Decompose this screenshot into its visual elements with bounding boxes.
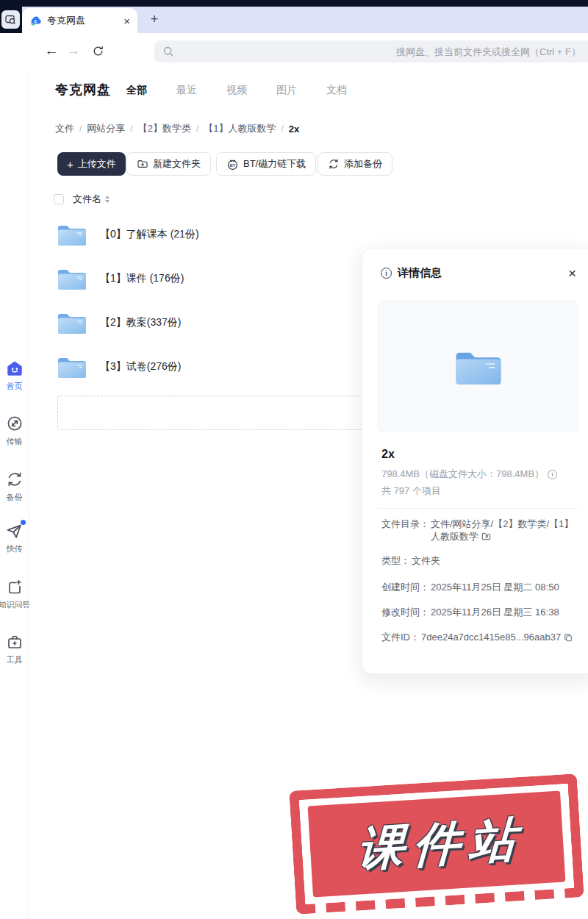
tab-video[interactable]: 视频 (226, 84, 247, 97)
backup-icon (5, 470, 24, 489)
sort-icon[interactable] (105, 196, 110, 203)
bt-icon: BT (226, 158, 239, 171)
detail-panel: i 详情信息 × 2x 798.4MB（磁盘文件大小：798.4MB） i 共 … (362, 248, 588, 674)
search-input[interactable] (174, 40, 588, 62)
file-id-value: 7dee24a7dcc1415e85...96aab37 (421, 631, 573, 643)
search-icon (162, 46, 174, 57)
sidebar-label: 备份 (7, 492, 23, 503)
stamp-inner: 课件站 (308, 791, 566, 898)
breadcrumb: 文件 / 网站分享 / 【2】数学类 / 【1】人教版数学 / 2x (55, 122, 299, 135)
folder-preview-icon (455, 348, 502, 386)
sidebar-item-tools[interactable]: 工具 (0, 632, 29, 665)
new-folder-label: 新建文件夹 (153, 157, 201, 171)
detail-type-row: 类型： 文件夹 (381, 554, 581, 567)
breadcrumb-item[interactable]: 网站分享 (87, 122, 125, 135)
created-label: 创建时间： (381, 581, 429, 593)
file-row[interactable]: 【0】了解课本 (21份) (57, 214, 351, 255)
back-button[interactable]: ← (41, 40, 62, 61)
sidebar-item-backup[interactable]: 备份 (0, 470, 29, 503)
notification-dot (21, 520, 26, 525)
sidebar-item-qa[interactable]: 知识问答 (0, 577, 29, 610)
breadcrumb-item[interactable]: 【2】数学类 (138, 122, 191, 135)
home-icon (5, 359, 24, 378)
tab-search-button[interactable] (1, 10, 20, 29)
breadcrumb-separator: / (130, 124, 132, 134)
select-all-checkbox[interactable] (54, 194, 64, 204)
add-backup-button[interactable]: 添加备份 (318, 152, 392, 176)
tab-recent[interactable]: 最近 (176, 84, 197, 97)
bt-download-label: BT/磁力链下载 (243, 157, 306, 171)
add-backup-label: 添加备份 (344, 157, 382, 171)
file-row[interactable]: 【2】教案(337份) (57, 302, 351, 343)
folder-name: 【2】教案(337份) (100, 316, 181, 329)
items-count-text: 共 797 个项目 (381, 484, 441, 498)
size-info-icon[interactable]: i (548, 470, 557, 479)
folder-plus-icon (137, 158, 148, 170)
sidebar-item-transfer[interactable]: 传输 (0, 414, 29, 447)
goto-folder-icon[interactable] (481, 532, 491, 541)
breadcrumb-item[interactable]: 【1】人教版数学 (204, 122, 276, 135)
address-search-field[interactable] (154, 40, 588, 62)
upload-label: 上传文件 (78, 157, 116, 171)
file-id-label: 文件ID： (381, 631, 420, 643)
detail-directory-row: 文件目录： 文件/网站分享/【2】数学类/【1】人教版数学 (381, 518, 581, 543)
detail-size: 798.4MB（磁盘文件大小：798.4MB） i (381, 468, 557, 481)
file-row[interactable]: 【3】试卷(276份) (57, 346, 351, 387)
forward-button[interactable]: → (63, 40, 84, 61)
filter-tabs: 全部 最近 视频 图片 文档 (126, 84, 347, 97)
tab-image[interactable]: 图片 (276, 84, 297, 97)
qa-icon (5, 577, 24, 596)
panel-close-icon[interactable]: × (568, 266, 576, 280)
detail-created-row: 创建时间： 2025年11月25日 星期二 08:50 (381, 581, 581, 593)
tab-close-icon[interactable]: × (123, 15, 130, 26)
type-value: 文件夹 (412, 554, 440, 567)
backup-refresh-icon (328, 158, 340, 170)
quark-cloud-logo-icon (29, 15, 42, 27)
copy-icon[interactable] (564, 633, 573, 642)
tab-doc[interactable]: 文档 (326, 84, 347, 97)
detail-modified-row: 修改时间： 2025年11月26日 星期三 16:38 (381, 606, 581, 618)
modified-label: 修改时间： (381, 606, 429, 618)
detail-name: 2x (381, 448, 395, 461)
breadcrumb-separator: / (196, 124, 198, 134)
column-filename: 文件名 (73, 193, 101, 206)
info-icon: i (381, 268, 392, 279)
browser-tab-bar: 夸克网盘 × + (0, 7, 588, 33)
browser-toolbar: ← → (0, 33, 588, 70)
directory-value: 文件/网站分享/【2】数学类/【1】人教版数学 (431, 518, 580, 543)
breadcrumb-item[interactable]: 文件 (55, 122, 74, 135)
sidebar-item-quick-send[interactable]: 快传 (0, 521, 29, 554)
file-list-header: 文件名 (54, 193, 110, 206)
folder-name: 【1】课件 (176份) (100, 272, 184, 285)
new-folder-button[interactable]: 新建文件夹 (126, 152, 211, 176)
quark-drive-window: 夸克网盘 × + ← → 首页 传输 (0, 0, 588, 919)
transfer-icon (5, 414, 24, 433)
file-row[interactable]: 【1】课件 (176份) (57, 258, 351, 299)
page-title: 夸克网盘 (55, 81, 111, 99)
sidebar-label: 知识问答 (0, 599, 31, 610)
folder-name: 【3】试卷(276份) (100, 360, 181, 373)
tab-title: 夸克网盘 (47, 14, 123, 27)
sidebar-label: 工具 (7, 654, 23, 665)
new-tab-button[interactable]: + (145, 10, 164, 29)
bt-download-button[interactable]: BT BT/磁力链下载 (216, 152, 316, 176)
upload-button[interactable]: + 上传文件 (57, 152, 126, 176)
detail-items-count: 共 797 个项目 (381, 484, 441, 498)
detail-file-id-row: 文件ID： 7dee24a7dcc1415e85...96aab37 (381, 631, 581, 643)
window-title-strip (0, 0, 588, 7)
breadcrumb-separator: / (79, 124, 82, 134)
type-label: 类型： (381, 554, 410, 567)
folder-icon (57, 223, 87, 246)
panel-divider (378, 508, 578, 509)
detail-panel-title: 详情信息 (398, 266, 568, 280)
tab-all[interactable]: 全部 (126, 84, 147, 97)
refresh-button[interactable] (87, 40, 108, 61)
tab-search-icon (5, 14, 16, 25)
tab-bar-left-dark (0, 7, 22, 33)
courseware-stamp: 课件站 (289, 773, 584, 915)
folder-icon (57, 355, 87, 379)
sidebar-item-home[interactable]: 首页 (0, 359, 29, 392)
browser-tab-quark[interactable]: 夸克网盘 × (22, 8, 137, 33)
modified-value: 2025年11月26日 星期三 16:38 (431, 606, 559, 618)
breadcrumb-separator: / (282, 124, 284, 134)
